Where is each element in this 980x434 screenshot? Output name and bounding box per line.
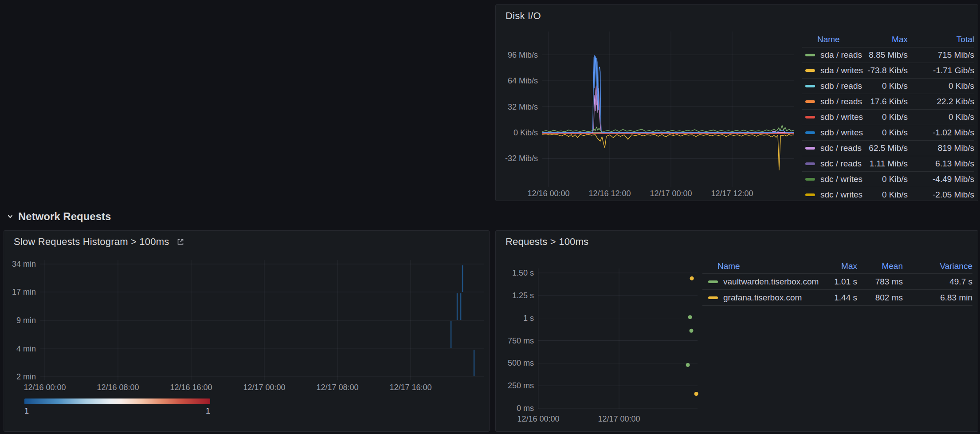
legend-row-sdc-reads: sdc / reads1.11 Mib/s6.13 Mib/s bbox=[802, 156, 974, 172]
disk-y-tick-label: 0 Kib/s bbox=[496, 128, 538, 138]
legend-series-toggle[interactable]: sdb / reads bbox=[802, 97, 861, 107]
legend-value-variance: 49.7 s bbox=[903, 277, 972, 287]
legend-series-toggle[interactable]: sdc / writes bbox=[802, 190, 861, 200]
legend-series-toggle[interactable]: sdb / reads bbox=[802, 81, 861, 91]
disk-y-tick-label: 96 Mib/s bbox=[496, 50, 538, 60]
req-y-tick-label: 500 ms bbox=[496, 358, 534, 368]
legend-row-vaultwarden-tiserbox-com: vaultwarden.tiserbox.com1.01 s783 ms49.7… bbox=[702, 274, 972, 290]
legend-value-mean: 802 ms bbox=[857, 293, 903, 303]
legend-row-sdc-writes: sdc / writes0 Kib/s-4.49 Mib/s bbox=[802, 172, 974, 187]
series-name: sdc / writes bbox=[820, 174, 862, 184]
disk-y-tick-label: 64 Mib/s bbox=[496, 76, 538, 86]
series-name: sdb / reads bbox=[820, 81, 862, 91]
req-y-tick-label: 250 ms bbox=[496, 381, 534, 391]
requests-legend-table: NameMaxMeanVariancevaultwarden.tiserbox.… bbox=[702, 259, 972, 306]
scatter-point-vaultwarden-tiserbox-com bbox=[690, 329, 694, 333]
scatter-point-grafana-tiserbox-com bbox=[694, 392, 698, 396]
series-color-swatch bbox=[805, 147, 815, 150]
legend-row-sdb-writes: sdb / writes0 Kib/s-1.02 Mib/s bbox=[802, 125, 974, 141]
legend-value-total: 715 Mib/s bbox=[908, 50, 974, 60]
series-color-swatch bbox=[805, 100, 815, 103]
legend-value-variance: 6.83 min bbox=[903, 293, 972, 303]
external-link-icon[interactable] bbox=[176, 237, 185, 246]
req-y-tick-label: 0 ms bbox=[496, 403, 534, 413]
legend-header-variance[interactable]: Variance bbox=[903, 261, 972, 271]
slow-x-tick-label: 12/16 00:00 bbox=[14, 383, 76, 392]
disk-x-tick-label: 12/17 00:00 bbox=[640, 189, 702, 198]
section-label: Network Requests bbox=[18, 210, 111, 223]
slow-x-tick-label: 12/17 08:00 bbox=[306, 383, 368, 392]
scatter-point-vaultwarden-tiserbox-com bbox=[688, 315, 692, 319]
legend-row-sdb-writes: sdb / writes0 Kib/s0 Kib/s bbox=[802, 110, 974, 125]
legend-value-max: 0 Kib/s bbox=[861, 112, 908, 122]
legend-row-grafana-tiserbox-com: grafana.tiserbox.com1.44 s802 ms6.83 min bbox=[702, 290, 972, 306]
slow-x-tick-label: 12/17 16:00 bbox=[380, 383, 442, 392]
legend-series-toggle[interactable]: vaultwarden.tiserbox.com bbox=[702, 277, 804, 287]
disk-x-tick-label: 12/17 12:00 bbox=[701, 189, 763, 198]
slow-x-tick-label: 12/17 00:00 bbox=[233, 383, 295, 392]
legend-value-max: 0 Kib/s bbox=[861, 174, 908, 184]
legend-series-toggle[interactable]: sdb / writes bbox=[802, 128, 861, 138]
legend-value-max: -73.8 Kib/s bbox=[861, 66, 908, 75]
slow-requests-histogram-panel: 34 min17 min9 min4 min2 min 12/16 00:001… bbox=[4, 230, 490, 432]
series-line-sda-reads bbox=[542, 125, 794, 132]
legend-value-total: -1.71 Gib/s bbox=[908, 66, 974, 75]
slow-y-tick-label: 4 min bbox=[4, 344, 36, 354]
series-color-swatch bbox=[805, 85, 815, 87]
legend-value-total: 0 Kib/s bbox=[908, 81, 974, 91]
legend-value-max: 0 Kib/s bbox=[861, 190, 908, 200]
legend-value-total: -4.49 Mib/s bbox=[908, 174, 974, 184]
heatmap-cell bbox=[460, 293, 462, 320]
series-color-swatch bbox=[708, 296, 718, 299]
req-y-tick-label: 1 s bbox=[496, 313, 534, 323]
series-line-sdb-writes bbox=[542, 55, 794, 132]
legend-value-max: 62.5 Mib/s bbox=[861, 143, 908, 153]
series-color-swatch bbox=[708, 280, 718, 283]
legend-header-max[interactable]: Max bbox=[861, 35, 908, 44]
slow-y-tick-label: 9 min bbox=[4, 316, 36, 325]
disk-y-tick-label: 32 Mib/s bbox=[496, 102, 538, 112]
legend-header-row: NameMaxTotal bbox=[802, 32, 974, 47]
disk-io-panel: 96 Mib/s64 Mib/s32 Mib/s0 Kib/s-32 Mib/s… bbox=[495, 4, 978, 201]
legend-value-max: 1.01 s bbox=[804, 277, 857, 287]
panel-title-requests[interactable]: Requests > 100ms bbox=[506, 236, 588, 248]
series-name: sdc / reads bbox=[820, 143, 862, 153]
legend-header-total[interactable]: Total bbox=[908, 35, 974, 44]
series-name: sdb / writes bbox=[820, 112, 863, 122]
legend-series-toggle[interactable]: sdb / writes bbox=[802, 112, 861, 122]
legend-series-toggle[interactable]: sdc / reads bbox=[802, 143, 861, 153]
disk-y-tick-label: -32 Mib/s bbox=[496, 154, 538, 163]
legend-value-max: 17.6 Kib/s bbox=[861, 97, 908, 107]
legend-series-toggle[interactable]: sda / reads bbox=[802, 50, 861, 60]
legend-series-toggle[interactable]: sdc / writes bbox=[802, 174, 861, 184]
heatmap-cell bbox=[474, 350, 475, 376]
slow-x-tick-label: 12/16 16:00 bbox=[160, 383, 222, 392]
legend-row-sdc-writes: sdc / writes0 Kib/s-2.05 Mib/s bbox=[802, 187, 974, 201]
series-line-sdc-reads bbox=[542, 86, 794, 133]
panel-title-slow-requests[interactable]: Slow Requests Histogram > 100ms bbox=[14, 236, 169, 248]
series-color-swatch bbox=[805, 178, 815, 181]
series-name: sdb / writes bbox=[820, 128, 863, 138]
legend-header-max[interactable]: Max bbox=[804, 261, 857, 271]
legend-value-max: 1.11 Mib/s bbox=[861, 159, 908, 169]
section-header-network-requests[interactable]: Network Requests bbox=[6, 210, 111, 223]
legend-header-name[interactable]: Name bbox=[702, 261, 804, 271]
legend-row-sdb-reads: sdb / reads17.6 Kib/s22.2 Kib/s bbox=[802, 94, 974, 110]
legend-value-max: 1.44 s bbox=[804, 293, 857, 303]
disk-legend-table: NameMaxTotalsda / reads8.85 Mib/s715 Mib… bbox=[802, 32, 974, 201]
series-name: grafana.tiserbox.com bbox=[723, 293, 802, 303]
legend-value-total: -1.02 Mib/s bbox=[908, 128, 974, 138]
series-color-swatch bbox=[805, 54, 815, 56]
slow-y-tick-label: 34 min bbox=[4, 259, 36, 269]
panel-title-disk-io[interactable]: Disk I/O bbox=[506, 10, 541, 22]
legend-row-sdb-reads: sdb / reads0 Kib/s0 Kib/s bbox=[802, 79, 974, 94]
legend-header-mean[interactable]: Mean bbox=[857, 261, 903, 271]
legend-series-toggle[interactable]: sda / writes bbox=[802, 66, 861, 75]
legend-series-toggle[interactable]: sdc / reads bbox=[802, 159, 861, 169]
legend-header-name[interactable]: Name bbox=[802, 35, 861, 44]
legend-value-total: 819 Mib/s bbox=[908, 143, 974, 153]
req-y-tick-label: 1.25 s bbox=[496, 291, 534, 300]
legend-series-toggle[interactable]: grafana.tiserbox.com bbox=[702, 293, 804, 303]
legend-row-sda-reads: sda / reads8.85 Mib/s715 Mib/s bbox=[802, 47, 974, 63]
series-color-swatch bbox=[805, 162, 815, 165]
